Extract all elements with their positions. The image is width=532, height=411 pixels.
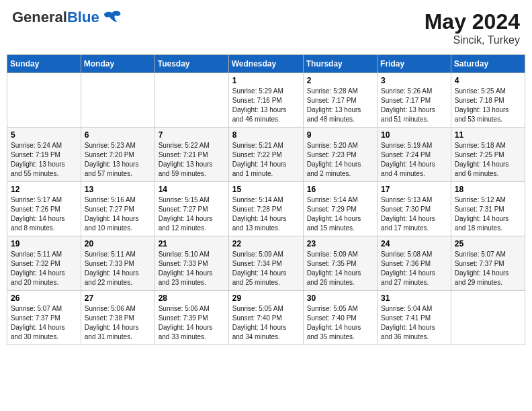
day-info: Sunrise: 5:05 AMSunset: 7:40 PMDaylight:… — [232, 304, 300, 342]
day-info: Sunrise: 5:20 AMSunset: 7:23 PMDaylight:… — [307, 141, 373, 179]
calendar-cell — [451, 291, 525, 345]
calendar-cell: 5Sunrise: 5:24 AMSunset: 7:19 PMDaylight… — [7, 128, 81, 182]
calendar-cell: 22Sunrise: 5:09 AMSunset: 7:34 PMDayligh… — [228, 236, 303, 291]
calendar-cell: 31Sunrise: 5:04 AMSunset: 7:41 PMDayligh… — [378, 291, 451, 345]
day-info: Sunrise: 5:12 AMSunset: 7:31 PMDaylight:… — [455, 195, 521, 233]
logo-general: General — [12, 9, 67, 26]
calendar-cell — [154, 73, 228, 128]
day-info: Sunrise: 5:11 AMSunset: 7:33 PMDaylight:… — [85, 250, 151, 287]
day-info: Sunrise: 5:09 AMSunset: 7:34 PMDaylight:… — [232, 250, 300, 287]
weekday-header-monday: Monday — [81, 55, 154, 73]
calendar-cell: 8Sunrise: 5:21 AMSunset: 7:22 PMDaylight… — [228, 128, 303, 182]
calendar-cell: 4Sunrise: 5:25 AMSunset: 7:18 PMDaylight… — [451, 73, 525, 128]
day-info: Sunrise: 5:10 AMSunset: 7:33 PMDaylight:… — [159, 250, 225, 287]
day-info: Sunrise: 5:22 AMSunset: 7:21 PMDaylight:… — [159, 141, 225, 179]
day-number: 23 — [307, 239, 373, 248]
weekday-header-wednesday: Wednesday — [228, 55, 303, 73]
calendar-cell — [81, 73, 154, 128]
logo: GeneralBlue — [12, 9, 122, 26]
day-info: Sunrise: 5:07 AMSunset: 7:37 PMDaylight:… — [455, 250, 521, 287]
calendar-cell — [7, 73, 81, 128]
day-number: 5 — [11, 130, 77, 140]
month-year: May 2024 — [425, 9, 520, 34]
calendar-cell: 30Sunrise: 5:05 AMSunset: 7:40 PMDayligh… — [303, 291, 377, 345]
calendar-cell: 28Sunrise: 5:06 AMSunset: 7:39 PMDayligh… — [154, 291, 228, 345]
calendar-header: SundayMondayTuesdayWednesdayThursdayFrid… — [7, 55, 525, 73]
day-number: 30 — [307, 293, 373, 303]
day-info: Sunrise: 5:18 AMSunset: 7:25 PMDaylight:… — [455, 141, 521, 179]
calendar-cell: 23Sunrise: 5:09 AMSunset: 7:35 PMDayligh… — [303, 236, 377, 291]
day-number: 9 — [307, 130, 373, 140]
day-number: 10 — [381, 130, 447, 140]
day-number: 18 — [455, 185, 521, 194]
weekday-header-saturday: Saturday — [451, 55, 525, 73]
day-info: Sunrise: 5:16 AMSunset: 7:27 PMDaylight:… — [85, 195, 151, 233]
day-info: Sunrise: 5:14 AMSunset: 7:28 PMDaylight:… — [232, 195, 300, 233]
logo-bird-icon — [103, 10, 122, 25]
weekday-header-thursday: Thursday — [303, 55, 377, 73]
calendar-cell: 19Sunrise: 5:11 AMSunset: 7:32 PMDayligh… — [7, 236, 81, 291]
calendar-cell: 26Sunrise: 5:07 AMSunset: 7:37 PMDayligh… — [7, 291, 81, 345]
day-info: Sunrise: 5:23 AMSunset: 7:20 PMDaylight:… — [85, 141, 151, 179]
calendar-cell: 20Sunrise: 5:11 AMSunset: 7:33 PMDayligh… — [81, 236, 154, 291]
calendar-cell: 16Sunrise: 5:14 AMSunset: 7:29 PMDayligh… — [303, 182, 377, 236]
calendar-cell: 17Sunrise: 5:13 AMSunset: 7:30 PMDayligh… — [378, 182, 451, 236]
day-number: 15 — [232, 185, 300, 194]
day-number: 7 — [159, 130, 225, 140]
day-number: 21 — [159, 239, 225, 248]
location: Sincik, Turkey — [425, 34, 520, 46]
day-number: 19 — [11, 239, 77, 248]
day-number: 8 — [232, 130, 300, 140]
calendar-cell: 2Sunrise: 5:28 AMSunset: 7:17 PMDaylight… — [303, 73, 377, 128]
calendar-cell: 29Sunrise: 5:05 AMSunset: 7:40 PMDayligh… — [228, 291, 303, 345]
day-number: 17 — [381, 185, 447, 194]
week-row-3: 12Sunrise: 5:17 AMSunset: 7:26 PMDayligh… — [7, 182, 525, 236]
calendar-cell: 1Sunrise: 5:29 AMSunset: 7:16 PMDaylight… — [228, 73, 303, 128]
week-row-5: 26Sunrise: 5:07 AMSunset: 7:37 PMDayligh… — [7, 291, 525, 345]
day-info: Sunrise: 5:24 AMSunset: 7:19 PMDaylight:… — [11, 141, 77, 179]
day-number: 27 — [85, 293, 151, 303]
day-number: 28 — [159, 293, 225, 303]
day-info: Sunrise: 5:05 AMSunset: 7:40 PMDaylight:… — [307, 304, 373, 342]
calendar-cell: 21Sunrise: 5:10 AMSunset: 7:33 PMDayligh… — [154, 236, 228, 291]
calendar-cell: 7Sunrise: 5:22 AMSunset: 7:21 PMDaylight… — [154, 128, 228, 182]
weekday-header-tuesday: Tuesday — [154, 55, 228, 73]
day-info: Sunrise: 5:26 AMSunset: 7:17 PMDaylight:… — [381, 87, 447, 124]
day-number: 11 — [455, 130, 521, 140]
calendar-cell: 6Sunrise: 5:23 AMSunset: 7:20 PMDaylight… — [81, 128, 154, 182]
calendar-cell: 15Sunrise: 5:14 AMSunset: 7:28 PMDayligh… — [228, 182, 303, 236]
day-info: Sunrise: 5:04 AMSunset: 7:41 PMDaylight:… — [381, 304, 447, 342]
calendar-cell: 10Sunrise: 5:19 AMSunset: 7:24 PMDayligh… — [378, 128, 451, 182]
day-number: 31 — [381, 293, 447, 303]
calendar-cell: 12Sunrise: 5:17 AMSunset: 7:26 PMDayligh… — [7, 182, 81, 236]
day-number: 24 — [381, 239, 447, 248]
day-info: Sunrise: 5:14 AMSunset: 7:29 PMDaylight:… — [307, 195, 373, 233]
calendar-cell: 11Sunrise: 5:18 AMSunset: 7:25 PMDayligh… — [451, 128, 525, 182]
day-info: Sunrise: 5:07 AMSunset: 7:37 PMDaylight:… — [11, 304, 77, 342]
logo-blue: Blue — [67, 9, 99, 26]
day-info: Sunrise: 5:17 AMSunset: 7:26 PMDaylight:… — [11, 195, 77, 233]
day-info: Sunrise: 5:11 AMSunset: 7:32 PMDaylight:… — [11, 250, 77, 287]
calendar-cell: 24Sunrise: 5:08 AMSunset: 7:36 PMDayligh… — [378, 236, 451, 291]
weekday-header-sunday: Sunday — [7, 55, 81, 73]
day-info: Sunrise: 5:06 AMSunset: 7:38 PMDaylight:… — [85, 304, 151, 342]
calendar-cell: 13Sunrise: 5:16 AMSunset: 7:27 PMDayligh… — [81, 182, 154, 236]
day-number: 12 — [11, 185, 77, 194]
calendar-cell: 18Sunrise: 5:12 AMSunset: 7:31 PMDayligh… — [451, 182, 525, 236]
week-row-2: 5Sunrise: 5:24 AMSunset: 7:19 PMDaylight… — [7, 128, 525, 182]
day-info: Sunrise: 5:28 AMSunset: 7:17 PMDaylight:… — [307, 87, 373, 124]
week-row-1: 1Sunrise: 5:29 AMSunset: 7:16 PMDaylight… — [7, 73, 525, 128]
day-number: 29 — [232, 293, 300, 303]
day-number: 13 — [85, 185, 151, 194]
calendar-cell: 27Sunrise: 5:06 AMSunset: 7:38 PMDayligh… — [81, 291, 154, 345]
calendar-cell: 25Sunrise: 5:07 AMSunset: 7:37 PMDayligh… — [451, 236, 525, 291]
day-number: 6 — [85, 130, 151, 140]
day-info: Sunrise: 5:15 AMSunset: 7:27 PMDaylight:… — [159, 195, 225, 233]
weekday-header-friday: Friday — [378, 55, 451, 73]
day-number: 4 — [455, 76, 521, 85]
calendar-cell: 9Sunrise: 5:20 AMSunset: 7:23 PMDaylight… — [303, 128, 377, 182]
day-info: Sunrise: 5:08 AMSunset: 7:36 PMDaylight:… — [381, 250, 447, 287]
calendar-cell: 3Sunrise: 5:26 AMSunset: 7:17 PMDaylight… — [378, 73, 451, 128]
day-number: 25 — [455, 239, 521, 248]
day-number: 3 — [381, 76, 447, 85]
